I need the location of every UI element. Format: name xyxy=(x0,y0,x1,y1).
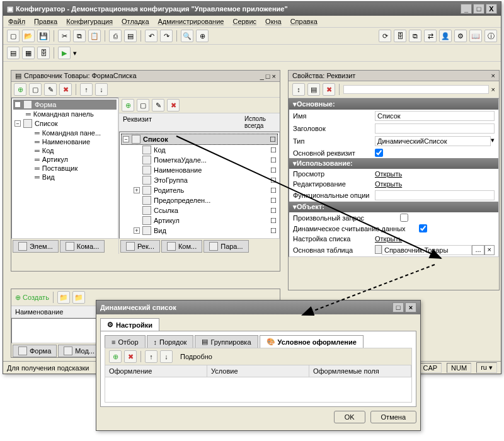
menu-file[interactable]: Файл xyxy=(8,18,25,25)
tab-rek[interactable]: Рек... xyxy=(120,240,160,253)
close-button[interactable]: X xyxy=(486,4,497,14)
edit-icon[interactable]: ✎ xyxy=(152,99,164,112)
search-icon[interactable]: 🔍 xyxy=(181,30,193,42)
dialog-close-button[interactable]: × xyxy=(405,302,416,312)
props-close-button[interactable]: × xyxy=(491,72,495,79)
section-main[interactable]: ▾Основные: xyxy=(289,99,498,110)
detail-button[interactable]: Подробно xyxy=(180,353,212,360)
delete-icon[interactable]: ✖ xyxy=(167,99,180,112)
open-icon[interactable]: 📂 xyxy=(22,30,35,42)
req-item[interactable]: ПометкаУдале...☐ xyxy=(121,155,278,165)
tab-para[interactable]: Пара... xyxy=(203,240,248,253)
delete-icon[interactable]: ✖ xyxy=(59,83,72,96)
prop-type-input[interactable] xyxy=(375,136,491,146)
tab-settings[interactable]: ⚙Настройки xyxy=(100,318,159,331)
more-button[interactable]: ... xyxy=(472,245,484,255)
req-item[interactable]: Ссылка☐ xyxy=(121,205,278,215)
folder-icon[interactable]: 📁 xyxy=(72,291,85,304)
dialog-max-button[interactable]: □ xyxy=(392,302,404,312)
req-tb2-icon[interactable]: ▢ xyxy=(137,99,149,112)
copy2-icon[interactable]: ⧉ xyxy=(409,30,421,42)
delete-icon[interactable]: ✖ xyxy=(323,83,335,96)
tab-filter[interactable]: ≡Отбор xyxy=(105,335,146,348)
book-icon[interactable]: 📖 xyxy=(469,30,482,42)
form-tb2-icon[interactable]: ▢ xyxy=(29,83,42,96)
up-icon[interactable]: ↑ xyxy=(80,83,93,96)
delete-icon[interactable]: ✖ xyxy=(124,350,137,363)
prop-title-input[interactable] xyxy=(375,123,495,134)
menu-admin[interactable]: Администрирование xyxy=(158,18,224,25)
tab-order[interactable]: ↕Порядок xyxy=(147,335,194,348)
tree-item[interactable]: ═Командная пане... xyxy=(13,129,117,137)
dialog-grid-body[interactable] xyxy=(105,377,412,403)
paste-icon[interactable]: 📋 xyxy=(88,30,101,42)
panel-close-button[interactable]: × xyxy=(272,72,276,80)
tree-root[interactable]: − Форма xyxy=(13,100,117,110)
prop-view-link[interactable]: Открыть xyxy=(375,170,402,178)
tree-item[interactable]: ═Артикул xyxy=(13,155,117,164)
maximize-button[interactable]: □ xyxy=(473,4,484,14)
prop-dynread-checkbox[interactable] xyxy=(419,224,427,232)
tree-icon[interactable]: ▤ xyxy=(7,47,20,59)
req-item[interactable]: +Вид☐ xyxy=(121,226,278,236)
form-tree[interactable]: − Форма ═Командная панель −Список ═Коман… xyxy=(11,98,118,239)
tab-group[interactable]: ▤Группировка xyxy=(195,335,258,348)
collapse-icon[interactable]: − xyxy=(123,136,129,142)
down-icon[interactable]: ↓ xyxy=(160,350,173,363)
tree-item[interactable]: ═Командная панель xyxy=(13,110,117,118)
prop-mainreq-checkbox[interactable] xyxy=(375,149,383,157)
create-button[interactable]: ⊕ Создать xyxy=(15,294,49,302)
requisite-tree[interactable]: −Список☐ Код☐ ПометкаУдале...☐ Наименова… xyxy=(119,132,280,239)
prop-listsetup-link[interactable]: Открыть xyxy=(375,235,402,243)
new-icon[interactable]: ▢ xyxy=(7,30,20,42)
clear-button[interactable]: × xyxy=(484,245,495,255)
tab-elements[interactable]: Элем... xyxy=(13,240,59,253)
prop-maintable-input[interactable] xyxy=(382,245,472,255)
collapse-icon[interactable]: − xyxy=(14,101,21,108)
panel-min-button[interactable]: _ xyxy=(260,72,264,80)
req-item[interactable]: Предопределен...☐ xyxy=(121,195,278,205)
settings-icon[interactable]: ⚙ xyxy=(454,30,467,42)
user-icon[interactable]: 👤 xyxy=(439,30,452,42)
tree-item[interactable]: ═Поставщик xyxy=(13,164,117,173)
print-icon[interactable]: ⎙ xyxy=(109,30,122,42)
req-item[interactable]: Код☐ xyxy=(121,145,278,155)
preview-icon[interactable]: ▤ xyxy=(124,30,137,42)
ok-button[interactable]: OK xyxy=(334,411,365,423)
undo-icon[interactable]: ↶ xyxy=(145,30,158,42)
sort-icon[interactable]: ↕ xyxy=(292,83,305,96)
cancel-button[interactable]: Отмена xyxy=(370,411,416,423)
req-item[interactable]: Наименование☐ xyxy=(121,165,278,175)
edit-icon[interactable]: ✎ xyxy=(44,83,57,96)
form-icon[interactable]: ▦ xyxy=(22,47,35,59)
add-icon[interactable]: ⊕ xyxy=(109,350,122,363)
compare-icon[interactable]: ⇄ xyxy=(424,30,437,42)
section-obj[interactable]: ▾Объект: xyxy=(289,202,498,212)
menu-config[interactable]: Конфигурация xyxy=(66,18,113,25)
tab-kom[interactable]: Ком... xyxy=(161,240,202,253)
dropdown-icon[interactable]: ▾ xyxy=(491,136,495,146)
expand-icon[interactable]: + xyxy=(134,187,140,193)
menu-edit[interactable]: Правка xyxy=(34,18,57,25)
info-icon[interactable]: ⓘ xyxy=(484,30,497,42)
menu-service[interactable]: Сервис xyxy=(232,18,256,25)
expand-icon[interactable]: + xyxy=(134,227,140,234)
tree-item[interactable]: −Список xyxy=(13,118,117,129)
tab-form[interactable]: Форма xyxy=(13,345,57,357)
refresh-icon[interactable]: ⟳ xyxy=(379,30,391,42)
redo-icon[interactable]: ↷ xyxy=(160,30,173,42)
tab-conditional-format[interactable]: 🎨Условное оформление xyxy=(260,335,364,348)
folder-icon[interactable]: 📁 xyxy=(57,291,70,304)
menu-debug[interactable]: Отладка xyxy=(122,18,149,25)
req-item[interactable]: +Родитель☐ xyxy=(121,185,278,195)
zoom-icon[interactable]: ⊕ xyxy=(196,30,209,42)
menu-windows[interactable]: Окна xyxy=(265,18,282,25)
props-search[interactable] xyxy=(343,85,489,94)
db2-icon[interactable]: 🗄 xyxy=(37,47,50,59)
status-lang[interactable]: ru ▾ xyxy=(476,362,497,373)
clear-icon[interactable]: × xyxy=(491,86,495,93)
tab-module[interactable]: Мод... xyxy=(58,345,100,357)
prop-name-input[interactable] xyxy=(375,111,495,121)
prop-edit-link[interactable]: Открыть xyxy=(375,180,402,188)
req-item[interactable]: Артикул☐ xyxy=(121,215,278,226)
